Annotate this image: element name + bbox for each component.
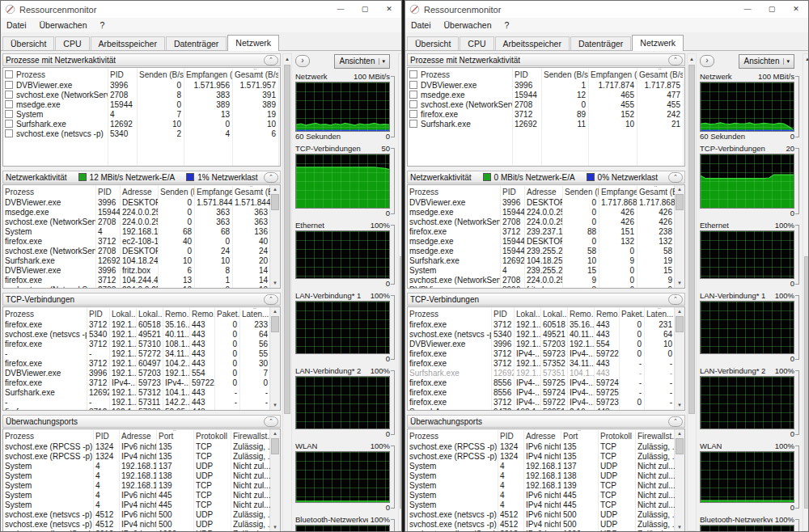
scroll-down-icon[interactable]: ▼ — [273, 401, 277, 410]
table-row[interactable]: DVBViewer.exe3996DESKTOP-...01.717.8681.… — [408, 198, 674, 208]
table-row[interactable]: svchost.exe (NetworkService -p)2708224.0… — [3, 285, 269, 289]
table-row[interactable]: Surfshark.exe12692192.1...57351104.1...4… — [408, 369, 674, 378]
row-checkbox[interactable] — [5, 120, 13, 128]
table-row[interactable]: svchost.exe (netsvcs -p)4512IPv4 nicht..… — [408, 520, 674, 530]
table-row[interactable]: firefox.exe3712192.1...6051835.16...4430… — [408, 320, 674, 330]
collapse-chevron-icon[interactable]: ⌃ — [668, 294, 683, 305]
table-row[interactable]: msedge.exe15944DESKTOP-...0132132 — [408, 237, 674, 247]
tab-uebersicht[interactable]: Übersicht — [2, 36, 54, 50]
table-row[interactable]: firefox.exe371289152242 — [408, 110, 684, 120]
row-checkbox[interactable] — [5, 91, 13, 99]
table-row[interactable]: svchost.exe (netsvcs -p)4512IPv4 nicht..… — [3, 520, 269, 530]
scroll-up-icon[interactable]: ▲ — [803, 54, 809, 64]
row-checkbox[interactable] — [5, 110, 13, 118]
collapse-chevron-icon[interactable]: ⌃ — [668, 172, 683, 183]
table-row[interactable]: DVBViewer.exe399611.717.8741.717.875 — [408, 81, 684, 91]
scroll-down-icon[interactable]: ▼ — [677, 401, 682, 410]
table-row[interactable]: svchost.exe (netsvcs -p)4512IPv6 nicht..… — [408, 510, 674, 520]
menu-item-datei[interactable]: Datei — [411, 20, 431, 30]
table-row[interactable]: System4192.168.1...137UDPNicht zul... — [3, 462, 269, 471]
table-row[interactable]: Surfshark.exe1269210010 — [3, 120, 280, 129]
tab-cpu[interactable]: CPU — [460, 36, 493, 50]
row-checkbox[interactable] — [409, 100, 417, 108]
scroll-down-icon[interactable]: ▼ — [273, 523, 277, 532]
menu-item-help[interactable]: ? — [504, 20, 509, 30]
scroll-up-icon[interactable]: ▲ — [677, 185, 682, 194]
table-row[interactable]: svchost.exe (RPCSS -p)1324IPv6 nicht...1… — [3, 442, 269, 452]
table-row[interactable]: System4192.168.1...139TCPNicht zul... — [3, 481, 269, 491]
minimize-button[interactable]: — — [328, 1, 353, 18]
table-row[interactable]: svchost.exe (NetworkService -p)2708224.0… — [3, 217, 269, 227]
table-row[interactable]: firefox.exe3712IPv4-...59723IPv4-...5972… — [408, 349, 674, 359]
table-row[interactable]: firefox.exe8556IPv4-...59724IPv4-...5972… — [408, 388, 674, 398]
scroll-up-icon[interactable]: ▲ — [399, 54, 402, 64]
collapse-chevron-icon[interactable]: ⌃ — [264, 172, 278, 183]
row-checkbox[interactable] — [5, 70, 13, 78]
table-row[interactable]: msedge.exe159440389389 — [3, 100, 280, 110]
table-row[interactable]: --192.1...57311142.2...443-- — [3, 398, 269, 407]
row-checkbox[interactable] — [409, 70, 417, 78]
table-row[interactable]: firefox.exe3712192.1...57310108.1...4430… — [3, 340, 269, 349]
table-row[interactable]: System4IPv4 nicht...445TCPNicht zul... — [408, 500, 674, 510]
collapse-chevron-icon[interactable]: ⌃ — [264, 294, 278, 305]
views-button[interactable]: Ansichten ▾ — [334, 54, 390, 69]
table-row[interactable]: firefox.exe3712104.244.4...13114 — [3, 276, 269, 285]
table-row[interactable]: System4192.168.1...6868136 — [3, 227, 269, 237]
collapse-chevron-icon[interactable]: ⌃ — [668, 55, 683, 65]
table-row[interactable]: firefox.exe3712192.1...5735234.11...443-… — [408, 359, 674, 369]
collapse-chevron-icon[interactable]: ⌃ — [264, 55, 278, 65]
close-button[interactable]: ✕ — [784, 1, 808, 18]
maximize-button[interactable]: ▢ — [760, 1, 784, 18]
scroll-up-icon[interactable]: ▲ — [273, 429, 277, 438]
table-row[interactable]: System4192.168.1...137UDPNicht zul... — [408, 462, 674, 471]
table-row[interactable]: System471319 — [3, 110, 280, 120]
scroll-up-icon[interactable]: ▲ — [283, 54, 291, 64]
scrollbar-thumb[interactable] — [676, 194, 684, 210]
table-row[interactable]: SearchApp.exe9472192.1...569512.16...443 — [408, 407, 674, 411]
tab-arbeitsspeicher[interactable]: Arbeitsspeicher — [91, 36, 165, 50]
row-checkbox[interactable] — [409, 120, 417, 128]
table-row[interactable]: firefox.exe3712IPv4-...59723IPv4-...5972… — [3, 378, 269, 388]
menu-item-datei[interactable]: Datei — [6, 20, 27, 30]
scroll-up-icon[interactable]: ▲ — [273, 307, 277, 316]
charts-scrollbar[interactable]: ▲ — [398, 53, 402, 531]
table-row[interactable]: DVBViewer.exe399601.571.9561.571.957 — [3, 81, 280, 91]
table-row[interactable]: firefox.exe3712192.1...6051835.16...4430… — [3, 320, 269, 330]
table-row[interactable]: firefox.exe3712IPv4-...59722IPv4-...5972… — [408, 398, 674, 407]
table-row[interactable]: svchost.exe (NetworkService -p)2708224.0… — [408, 217, 674, 227]
scroll-up-icon[interactable]: ▲ — [677, 307, 682, 316]
tab-netzwerk[interactable]: Netzwerk — [632, 35, 684, 51]
table-row[interactable]: Surfshark.exe12692192.1...57312104.1...4… — [3, 388, 269, 398]
table-row[interactable]: svchost.exe (netsvcs -p)4512IPv6 nicht..… — [3, 510, 269, 520]
menu-item-help[interactable]: ? — [100, 20, 104, 30]
table-row[interactable]: msedge.exe1594412465477 — [408, 91, 684, 100]
charts-scrollbar[interactable]: ▲ — [803, 53, 809, 531]
table-row[interactable]: System4192.168.1...139TCPNicht zul... — [408, 481, 674, 491]
scrollbar-thumb[interactable] — [804, 256, 809, 509]
table-row[interactable]: svchost.exe (RPCSS -p)1324IPv4 nicht...1… — [408, 452, 674, 462]
row-checkbox[interactable] — [5, 129, 13, 137]
scrollbar-thumb[interactable] — [676, 316, 684, 332]
scroll-up-icon[interactable]: ▲ — [688, 54, 696, 64]
table-row[interactable]: DVBViewer.exe3996DESKTOP-...01.571.8441.… — [3, 198, 269, 208]
tab-datentraeger[interactable]: Datenträger — [570, 36, 631, 50]
table-row[interactable]: DVBViewer.exe3996192.1...57203192.1...55… — [408, 340, 674, 349]
table-row[interactable]: firefox.exe8556IPv4-...59725IPv4-...5972… — [408, 378, 674, 388]
table-row[interactable]: Surfshark.exe12692104.18.25...10919 — [408, 256, 674, 266]
table-row[interactable]: svchost.exe (netsvcs -p)5340192.1...4952… — [3, 330, 269, 340]
scrollbar-thumb[interactable] — [284, 65, 290, 414]
table-row[interactable]: System4IPv6 nicht...445TCPNicht zul... — [3, 491, 269, 500]
expand-chevron-icon[interactable]: › — [700, 55, 714, 67]
row-checkbox[interactable] — [5, 100, 13, 108]
scroll-down-icon[interactable]: ▼ — [273, 279, 277, 288]
collapse-chevron-icon[interactable]: ⌃ — [264, 416, 278, 427]
scrollbar-thumb[interactable] — [271, 316, 279, 332]
views-button[interactable]: Ansichten ▾ — [739, 54, 794, 69]
row-checkbox[interactable] — [409, 110, 417, 118]
close-button[interactable]: ✕ — [377, 1, 401, 18]
scroll-up-icon[interactable]: ▲ — [677, 429, 682, 438]
row-checkbox[interactable] — [409, 91, 417, 99]
scroll-down-icon[interactable]: ▼ — [677, 523, 682, 532]
minimize-button[interactable]: — — [735, 1, 760, 18]
row-checkbox[interactable] — [409, 81, 417, 89]
